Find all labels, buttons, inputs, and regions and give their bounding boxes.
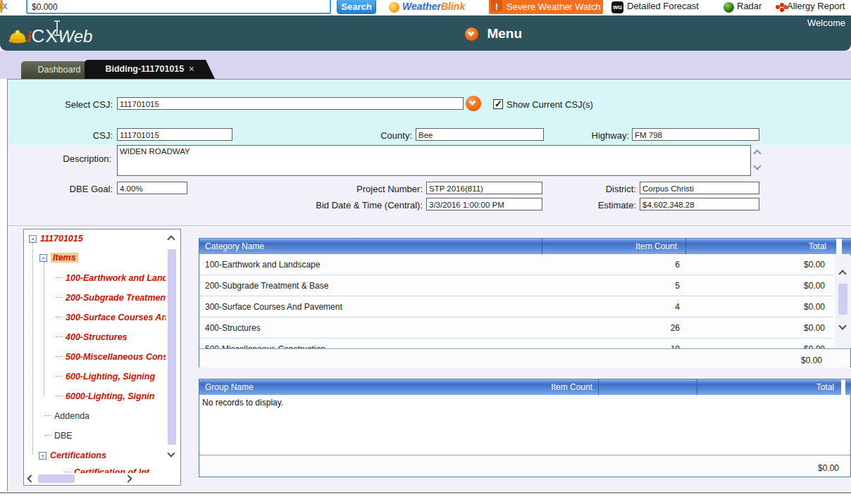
tree-dbe-label: DBE xyxy=(54,431,73,441)
column-divider xyxy=(598,379,599,395)
highway-input[interactable] xyxy=(632,128,759,141)
bid-date-input[interactable] xyxy=(426,198,542,210)
scroll-up-icon[interactable] xyxy=(838,270,846,277)
category-grid-header: Category Name Item Count Total xyxy=(199,239,836,254)
table-row[interactable]: 300-Surface Courses And Pavement 4 $0.00 xyxy=(199,296,833,317)
scroll-down-icon[interactable] xyxy=(167,449,175,457)
tree-node-category[interactable]: 300-Surface Courses And Pavement xyxy=(56,313,166,322)
tab-bidding[interactable]: Bidding-111701015× xyxy=(85,60,215,79)
category-grid-footer: $0.00 xyxy=(199,348,850,367)
category-grid-footer-total: $0.00 xyxy=(801,355,822,365)
scroll-up-icon[interactable] xyxy=(167,235,175,243)
estimate-input[interactable] xyxy=(640,198,759,210)
chevron-down-icon xyxy=(465,27,478,41)
table-row[interactable]: 400-Structures 26 $0.00 xyxy=(199,317,833,339)
tree-category-label: 100-Earthwork and Landscape xyxy=(66,273,166,283)
detailed-forecast-link[interactable]: Detailed Forecast xyxy=(627,1,699,11)
tree-node-items[interactable]: -Items xyxy=(39,253,78,263)
tree-node-addenda[interactable]: Addenda xyxy=(44,411,89,421)
project-tree-panel: -111701015 -Items 100-Earthwork and Land… xyxy=(23,229,181,486)
table-row[interactable]: 100-Earthwork and Landscape 6 $0.00 xyxy=(199,254,833,275)
column-header-item-count[interactable]: Item Count xyxy=(551,379,592,395)
tree-category-label: 200-Subgrade Treatment & Base xyxy=(66,293,166,303)
tree-partial-label: Certification of Int xyxy=(74,467,149,473)
select-csj-input[interactable] xyxy=(117,97,464,110)
weatherblink-blink-text: Blink xyxy=(441,1,465,12)
scrollbar-thumb[interactable] xyxy=(168,249,176,445)
tree-category-label: 6000-Lighting, Signin xyxy=(66,391,154,401)
project-number-input[interactable] xyxy=(426,182,542,194)
description-textarea[interactable]: WIDEN ROADWAY xyxy=(117,145,751,176)
screen: x Search WeatherBlink !Severe Weather Wa… xyxy=(0,0,851,504)
cell-total: $0.00 xyxy=(804,260,825,270)
tree-node-category[interactable]: 600-Lighting, Signing xyxy=(56,372,155,382)
group-grid: Group Name Item Count Total No records t… xyxy=(199,379,851,477)
tree-category-label: 500-Miscellaneous Construction xyxy=(66,352,166,362)
partial-column-header xyxy=(842,239,851,254)
scroll-left-icon[interactable] xyxy=(27,474,35,482)
tree-node-category[interactable]: 400-Structures xyxy=(56,332,128,342)
csj-label: CSJ: xyxy=(42,130,113,141)
table-row[interactable]: 500-Miscellaneous Construction 19 $0.00 xyxy=(199,339,833,348)
severe-weather-watch-button[interactable]: !Severe Weather Watch xyxy=(489,0,603,14)
browser-toolbar: x Search WeatherBlink !Severe Weather Wa… xyxy=(0,0,851,15)
collapse-icon[interactable]: - xyxy=(39,254,47,262)
collapse-icon[interactable]: - xyxy=(39,452,46,460)
partial-column-header xyxy=(845,379,851,395)
dbe-goal-input[interactable] xyxy=(117,182,187,194)
search-button[interactable]: Search xyxy=(337,0,376,14)
close-icon[interactable]: x xyxy=(2,0,8,11)
group-grid-header: Group Name Item Count Total xyxy=(199,379,841,395)
severe-weather-watch-label: Severe Weather Watch xyxy=(507,1,601,12)
cell-category-name: 300-Surface Courses And Pavement xyxy=(205,302,342,312)
tree-node-partial[interactable]: Certification of Int xyxy=(64,467,149,473)
allergy-icon xyxy=(776,5,780,9)
tree-node-category[interactable]: 200-Subgrade Treatment & Base xyxy=(56,293,166,303)
show-current-label: Show Current CSJ(s) xyxy=(507,99,593,110)
tree-node-certifications[interactable]: -Certifications xyxy=(39,451,106,460)
scroll-down-icon[interactable] xyxy=(838,322,846,329)
bottom-divider xyxy=(0,492,851,493)
column-header-group-name[interactable]: Group Name xyxy=(205,379,254,395)
scrollbar-thumb[interactable] xyxy=(38,474,75,483)
scroll-right-icon[interactable] xyxy=(124,474,132,482)
cell-item-count: 5 xyxy=(675,281,680,291)
tree-vertical-scrollbar[interactable] xyxy=(166,231,178,472)
district-input[interactable] xyxy=(640,182,759,194)
toolbar-search-input[interactable] xyxy=(26,0,331,14)
category-grid-scrollbar[interactable] xyxy=(835,256,851,348)
tree-node-category[interactable]: 500-Miscellaneous Construction xyxy=(56,352,166,362)
column-header-total[interactable]: Total xyxy=(816,379,834,395)
estimate-label: Estimate: xyxy=(566,200,636,210)
menu-button[interactable]: Menu xyxy=(465,26,522,42)
radar-link[interactable]: Radar xyxy=(737,1,762,11)
group-grid-footer-total: $0.00 xyxy=(818,463,839,473)
tab-close-icon[interactable]: × xyxy=(189,64,194,74)
radar-icon xyxy=(723,2,734,13)
csj-input[interactable] xyxy=(117,128,232,141)
show-current-checkbox[interactable] xyxy=(493,99,503,109)
tree-root-node[interactable]: -111701015 xyxy=(29,234,83,244)
group-grid-footer: $0.00 xyxy=(199,455,850,477)
category-grid-rows: 100-Earthwork and Landscape 6 $0.00 200-… xyxy=(199,254,851,348)
collapse-icon[interactable]: - xyxy=(29,235,37,243)
county-input[interactable] xyxy=(416,128,544,141)
tree-node-category[interactable]: 100-Earthwork and Landscape xyxy=(56,273,166,283)
bid-date-label: Bid Date & Time (Central): xyxy=(275,200,423,210)
cell-total: $0.00 xyxy=(804,302,825,312)
group-grid-empty-message: No records to display. xyxy=(202,398,283,408)
weatherblink-logo[interactable]: WeatherBlink xyxy=(402,1,465,12)
column-header-total[interactable]: Total xyxy=(809,239,826,254)
tree-category-label: 300-Surface Courses And Pavement xyxy=(66,313,166,322)
tree-addenda-label: Addenda xyxy=(54,411,89,421)
column-header-category-name[interactable]: Category Name xyxy=(205,239,264,254)
table-row[interactable]: 200-Subgrade Treatment & Base 5 $0.00 xyxy=(199,275,833,296)
tree-node-category[interactable]: 6000-Lighting, Signin xyxy=(56,391,154,401)
tree-horizontal-scrollbar[interactable] xyxy=(25,473,165,484)
allergy-report-link[interactable]: Allergy Report xyxy=(787,1,845,11)
tree-node-dbe[interactable]: DBE xyxy=(44,431,73,441)
column-header-item-count[interactable]: Item Count xyxy=(635,239,677,254)
csj-dropdown-button[interactable] xyxy=(466,96,481,111)
weather-underground-icon: wu xyxy=(611,1,623,13)
scrollbar-thumb[interactable] xyxy=(838,284,847,315)
